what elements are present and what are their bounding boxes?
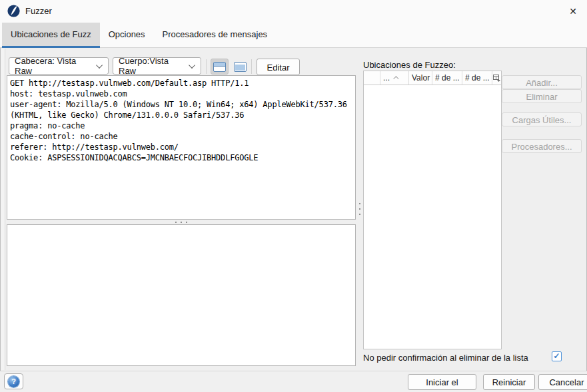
request-header-editor[interactable]: GET http://testasp.vulnweb.com/Default.a… bbox=[7, 75, 356, 220]
add-button[interactable]: Añadir... bbox=[502, 75, 582, 89]
chevron-down-icon bbox=[96, 62, 103, 69]
zap-logo-icon bbox=[7, 5, 20, 17]
header-view-select-value: Cabecera: Vista Raw bbox=[15, 56, 93, 76]
processors-button[interactable]: Procesadores... bbox=[502, 139, 582, 153]
body-view-select[interactable]: Cuerpo:Vista Raw bbox=[113, 57, 201, 75]
column-header-type[interactable]: ... bbox=[380, 71, 409, 85]
toolbar-separator bbox=[251, 59, 252, 74]
grip-dot bbox=[175, 222, 177, 223]
combined-view-icon bbox=[234, 62, 247, 72]
request-body-editor[interactable] bbox=[7, 224, 356, 366]
column-header-num1[interactable]: # de ... bbox=[432, 71, 462, 85]
column-header-valor[interactable]: Valor bbox=[409, 71, 432, 85]
fuzzer-dialog: Fuzzer ✕ Ubicaciones de Fuzz Opciones Pr… bbox=[0, 0, 587, 392]
fuzz-locations-table[interactable]: ... Valor # de ... # de ... bbox=[363, 71, 502, 349]
grip-dot bbox=[359, 208, 360, 210]
confirm-delete-label: No pedir confirmación al eliminar de la … bbox=[363, 353, 528, 363]
tab-procesadores-de-mensajes[interactable]: Procesadores de mensajes bbox=[154, 23, 277, 48]
tab-ubicaciones-de-fuzz[interactable]: Ubicaciones de Fuzz bbox=[2, 23, 100, 48]
grip-dot bbox=[181, 222, 182, 223]
body-view-select-value: Cuerpo:Vista Raw bbox=[119, 56, 185, 76]
combined-view-button[interactable] bbox=[231, 59, 249, 75]
column-selector-icon[interactable] bbox=[492, 71, 501, 85]
split-view-button[interactable] bbox=[211, 59, 229, 75]
grip-dot bbox=[359, 203, 360, 204]
edit-button[interactable]: Editar bbox=[257, 59, 300, 75]
close-icon[interactable]: ✕ bbox=[565, 3, 581, 19]
fuzz-table-header: ... Valor # de ... # de ... bbox=[364, 71, 501, 85]
title-bar: Fuzzer ✕ bbox=[0, 0, 587, 23]
horizontal-splitter[interactable] bbox=[7, 220, 356, 224]
request-body-text bbox=[7, 225, 355, 229]
sort-ascending-icon bbox=[393, 76, 398, 81]
dialog-title: Fuzzer bbox=[25, 6, 52, 16]
toolbar-separator bbox=[206, 59, 207, 74]
remove-button[interactable]: Eliminar bbox=[502, 89, 582, 103]
tab-opciones[interactable]: Opciones bbox=[100, 23, 154, 48]
payloads-button[interactable]: Cargas Útiles... bbox=[502, 112, 582, 126]
split-view-icon bbox=[213, 62, 226, 72]
fuzz-locations-label: Ubicaciones de Fuzzeo: bbox=[363, 60, 456, 70]
tab-bar: Ubicaciones de Fuzz Opciones Procesadore… bbox=[0, 23, 587, 48]
chevron-down-icon bbox=[189, 62, 195, 69]
grip-dot bbox=[186, 222, 187, 223]
confirm-delete-checkbox[interactable]: ✓ bbox=[552, 351, 562, 361]
column-header-num2[interactable]: # de ... bbox=[462, 71, 492, 85]
request-header-text: GET http://testasp.vulnweb.com/Default.a… bbox=[7, 76, 355, 165]
reset-button[interactable]: Reiniciar bbox=[483, 374, 535, 390]
help-button[interactable]: ? bbox=[4, 373, 23, 389]
start-fuzzer-button[interactable]: Iniciar el Fuzzer bbox=[408, 374, 476, 390]
column-header-empty[interactable] bbox=[364, 71, 380, 85]
vertical-splitter[interactable] bbox=[356, 48, 362, 370]
cancel-button[interactable]: Cancelar bbox=[538, 374, 587, 390]
grip-dot bbox=[359, 214, 360, 215]
left-splitter-strip[interactable] bbox=[1, 49, 5, 370]
header-view-select[interactable]: Cabecera: Vista Raw bbox=[9, 57, 109, 75]
help-icon: ? bbox=[8, 376, 19, 387]
